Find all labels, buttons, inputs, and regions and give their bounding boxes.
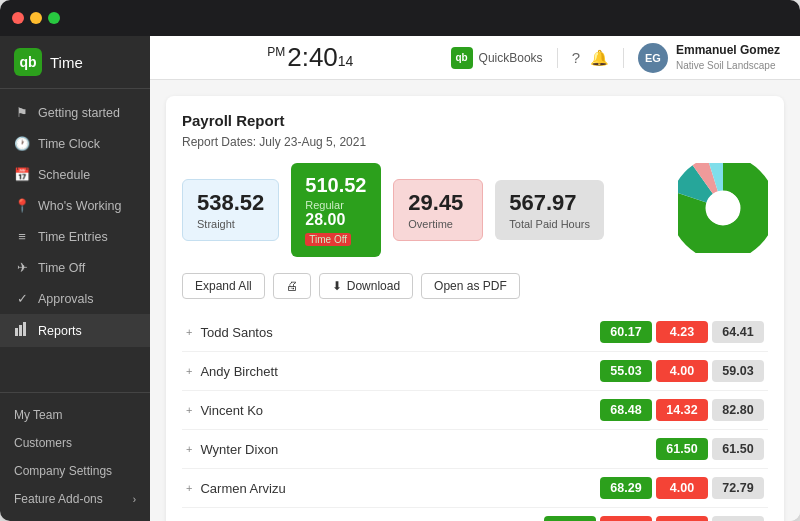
expand-icon[interactable]: + bbox=[186, 365, 192, 377]
sidebar-item-label: Reports bbox=[38, 324, 82, 338]
sidebar-item-company-settings[interactable]: Company Settings bbox=[0, 457, 150, 485]
sidebar-nav: ⚑ Getting started 🕐 Time Clock 📅 Schedul… bbox=[0, 89, 150, 392]
stats-row: 538.52 Straight 510.52 Regular 28.00 Tim… bbox=[182, 163, 768, 257]
sidebar-item-customers[interactable]: Customers bbox=[0, 429, 150, 457]
table-row: + Vincent Ko 68.48 14.32 82.80 bbox=[182, 391, 768, 430]
row-cells: 68.48 14.32 82.80 bbox=[600, 399, 764, 421]
report-table: + Todd Santos 60.17 4.23 64.41 + Andy Bi… bbox=[182, 313, 768, 521]
straight-stat: 538.52 Straight bbox=[182, 179, 279, 241]
app-body: qb Time ⚑ Getting started 🕐 Time Clock 📅… bbox=[0, 36, 800, 521]
employee-name: Vincent Ko bbox=[200, 403, 600, 418]
row-cells: 60.17 4.23 64.41 bbox=[600, 321, 764, 343]
header-icons: ? 🔔 bbox=[572, 49, 609, 67]
cell-straight: 67.92 bbox=[544, 516, 596, 521]
straight-label: Straight bbox=[197, 218, 264, 230]
print-button[interactable]: 🖨 bbox=[273, 273, 311, 299]
minimize-button[interactable] bbox=[30, 12, 42, 24]
cell-straight: 61.50 bbox=[656, 438, 708, 460]
quickbooks-logo: qb bbox=[451, 47, 473, 69]
sidebar-item-time-clock[interactable]: 🕐 Time Clock bbox=[0, 128, 150, 159]
maximize-button[interactable] bbox=[48, 12, 60, 24]
header: PM2:4014 qb QuickBooks ? 🔔 EG bbox=[150, 36, 800, 80]
bell-icon[interactable]: 🔔 bbox=[590, 49, 609, 67]
overtime-label: Overtime bbox=[408, 218, 468, 230]
header-divider bbox=[557, 48, 558, 68]
location-icon: 📍 bbox=[14, 198, 30, 213]
time-hours-minutes: 2:40 bbox=[287, 42, 338, 72]
expand-icon[interactable]: + bbox=[186, 443, 192, 455]
sidebar-item-label: Getting started bbox=[38, 106, 120, 120]
close-button[interactable] bbox=[12, 12, 24, 24]
sidebar-logo: qb Time bbox=[0, 36, 150, 89]
report-dates: Report Dates: July 23-Aug 5, 2021 bbox=[182, 135, 768, 149]
employee-name: Andy Birchett bbox=[200, 364, 600, 379]
cell-total: 59.03 bbox=[712, 360, 764, 382]
time-seconds: 14 bbox=[338, 53, 354, 69]
expand-icon[interactable]: + bbox=[186, 326, 192, 338]
toolbar: Expand All 🖨 ⬇ Download Open as PDF bbox=[182, 273, 768, 299]
list-icon: ≡ bbox=[14, 229, 30, 244]
user-info: Emmanuel Gomez Native Soil Landscape bbox=[676, 43, 780, 72]
timeoff-value: 28.00 bbox=[305, 211, 367, 229]
sidebar-item-my-team[interactable]: My Team bbox=[0, 401, 150, 429]
sidebar-item-reports[interactable]: Reports bbox=[0, 314, 150, 347]
open-pdf-button[interactable]: Open as PDF bbox=[421, 273, 520, 299]
total-value: 567.97 bbox=[509, 190, 590, 216]
plane-icon: ✈ bbox=[14, 260, 30, 275]
sidebar-item-whos-working[interactable]: 📍 Who's Working bbox=[0, 190, 150, 221]
sidebar-item-approvals[interactable]: ✓ Approvals bbox=[0, 283, 150, 314]
regular-value: 510.52 bbox=[305, 173, 367, 197]
sidebar-item-getting-started[interactable]: ⚑ Getting started bbox=[0, 97, 150, 128]
row-cells: 55.03 4.00 59.03 bbox=[600, 360, 764, 382]
timeoff-label: Time Off bbox=[305, 233, 351, 246]
expand-icon[interactable]: + bbox=[186, 482, 192, 494]
user-company: Native Soil Landscape bbox=[676, 59, 780, 72]
svg-rect-1 bbox=[19, 325, 22, 336]
total-stat: 567.97 Total Paid Hours bbox=[495, 180, 604, 240]
cell-total: 86.71 bbox=[712, 516, 764, 521]
download-button[interactable]: ⬇ Download bbox=[319, 273, 413, 299]
cell-overtime: 4.00 bbox=[656, 360, 708, 382]
calendar-icon: 📅 bbox=[14, 167, 30, 182]
expand-icon[interactable]: + bbox=[186, 404, 192, 416]
clock-icon: 🕐 bbox=[14, 136, 30, 151]
row-cells: 61.50 61.50 bbox=[656, 438, 764, 460]
help-icon[interactable]: ? bbox=[572, 49, 580, 66]
my-team-label: My Team bbox=[14, 408, 62, 422]
regular-label: Regular bbox=[305, 199, 367, 211]
row-cells: 67.92 6.79 12.00 86.71 bbox=[544, 516, 764, 521]
cell-overtime: 4.00 bbox=[656, 477, 708, 499]
quickbooks-label: QuickBooks bbox=[479, 51, 543, 65]
sidebar-item-schedule[interactable]: 📅 Schedule bbox=[0, 159, 150, 190]
quickbooks-link[interactable]: qb QuickBooks bbox=[451, 47, 543, 69]
user-name: Emmanuel Gomez bbox=[676, 43, 780, 59]
total-label: Total Paid Hours bbox=[509, 218, 590, 230]
user-badge: EG Emmanuel Gomez Native Soil Landscape bbox=[638, 43, 780, 73]
employee-name: Carmen Arvizu bbox=[200, 481, 600, 496]
cell-straight: 68.48 bbox=[600, 399, 652, 421]
printer-icon: 🖨 bbox=[286, 279, 298, 293]
customers-label: Customers bbox=[14, 436, 72, 450]
download-label: Download bbox=[347, 279, 400, 293]
table-row: + Joy Shaw 67.92 6.79 12.00 86.71 bbox=[182, 508, 768, 521]
cell-overtime: 4.23 bbox=[656, 321, 708, 343]
expand-all-button[interactable]: Expand All bbox=[182, 273, 265, 299]
sidebar-item-time-entries[interactable]: ≡ Time Entries bbox=[0, 221, 150, 252]
sidebar-item-time-off[interactable]: ✈ Time Off bbox=[0, 252, 150, 283]
regular-stat: 510.52 Regular 28.00 Time Off bbox=[291, 163, 381, 257]
feature-add-ons-label: Feature Add-ons bbox=[14, 492, 103, 506]
table-row: + Wynter Dixon 61.50 61.50 bbox=[182, 430, 768, 469]
sidebar-item-label: Schedule bbox=[38, 168, 90, 182]
download-icon: ⬇ bbox=[332, 279, 342, 293]
sidebar-item-label: Who's Working bbox=[38, 199, 121, 213]
employee-name: Wynter Dixon bbox=[200, 442, 656, 457]
row-cells: 68.29 4.00 72.79 bbox=[600, 477, 764, 499]
sidebar-bottom: My Team Customers Company Settings Featu… bbox=[0, 392, 150, 521]
avatar: EG bbox=[638, 43, 668, 73]
report-title: Payroll Report bbox=[182, 112, 768, 129]
table-row: + Carmen Arvizu 68.29 4.00 72.79 bbox=[182, 469, 768, 508]
header-divider-2 bbox=[623, 48, 624, 68]
pie-chart bbox=[678, 163, 768, 257]
sidebar-item-feature-add-ons[interactable]: Feature Add-ons › bbox=[0, 485, 150, 513]
cell-timeoff: 12.00 bbox=[656, 516, 708, 521]
